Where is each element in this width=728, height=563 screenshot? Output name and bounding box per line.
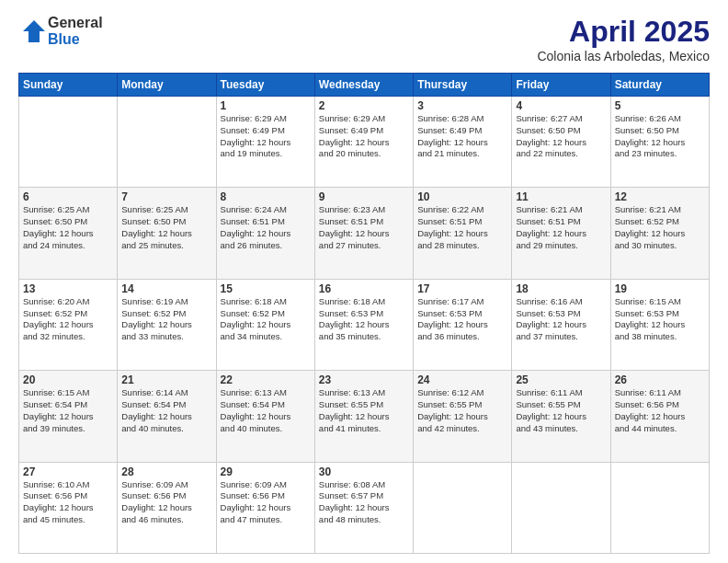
day-number: 26 xyxy=(615,373,705,386)
cell-info: Sunrise: 6:23 AM Sunset: 6:51 PM Dayligh… xyxy=(319,204,409,251)
cell-info: Sunrise: 6:15 AM Sunset: 6:53 PM Dayligh… xyxy=(615,296,705,343)
cell-info: Sunrise: 6:12 AM Sunset: 6:55 PM Dayligh… xyxy=(417,387,507,434)
calendar-cell: 9Sunrise: 6:23 AM Sunset: 6:51 PM Daylig… xyxy=(314,188,413,279)
cell-info: Sunrise: 6:13 AM Sunset: 6:55 PM Dayligh… xyxy=(319,387,409,434)
day-number: 24 xyxy=(417,373,507,386)
calendar-week-2: 6Sunrise: 6:25 AM Sunset: 6:50 PM Daylig… xyxy=(19,188,710,279)
day-number: 8 xyxy=(221,190,311,203)
cell-info: Sunrise: 6:18 AM Sunset: 6:52 PM Dayligh… xyxy=(221,296,311,343)
cell-info: Sunrise: 6:20 AM Sunset: 6:52 PM Dayligh… xyxy=(23,296,113,343)
calendar-cell xyxy=(19,97,118,188)
cell-info: Sunrise: 6:18 AM Sunset: 6:53 PM Dayligh… xyxy=(319,296,409,343)
calendar-cell: 28Sunrise: 6:09 AM Sunset: 6:56 PM Dayli… xyxy=(118,462,216,553)
title-section: April 2025 Colonia las Arboledas, Mexico xyxy=(537,15,710,63)
calendar-cell: 24Sunrise: 6:12 AM Sunset: 6:55 PM Dayli… xyxy=(414,371,512,462)
calendar-cell: 19Sunrise: 6:15 AM Sunset: 6:53 PM Dayli… xyxy=(610,279,709,370)
day-number: 21 xyxy=(121,373,211,386)
logo: General Blue xyxy=(18,15,103,47)
cell-info: Sunrise: 6:11 AM Sunset: 6:55 PM Dayligh… xyxy=(516,387,606,434)
calendar-cell: 29Sunrise: 6:09 AM Sunset: 6:56 PM Dayli… xyxy=(216,462,314,553)
cell-info: Sunrise: 6:26 AM Sunset: 6:50 PM Dayligh… xyxy=(615,113,705,160)
calendar-cell: 12Sunrise: 6:21 AM Sunset: 6:52 PM Dayli… xyxy=(610,188,709,279)
calendar-cell: 23Sunrise: 6:13 AM Sunset: 6:55 PM Dayli… xyxy=(314,371,413,462)
cell-info: Sunrise: 6:21 AM Sunset: 6:52 PM Dayligh… xyxy=(615,204,705,251)
day-number: 7 xyxy=(121,190,211,203)
day-number: 18 xyxy=(516,282,606,295)
cell-info: Sunrise: 6:16 AM Sunset: 6:53 PM Dayligh… xyxy=(516,296,606,343)
col-tuesday: Tuesday xyxy=(216,74,314,97)
logo-icon xyxy=(20,17,48,45)
day-number: 14 xyxy=(121,282,211,295)
day-number: 9 xyxy=(319,190,409,203)
page: General Blue April 2025 Colonia las Arbo… xyxy=(0,0,728,563)
calendar-cell: 26Sunrise: 6:11 AM Sunset: 6:56 PM Dayli… xyxy=(610,371,709,462)
calendar-header-row: Sunday Monday Tuesday Wednesday Thursday… xyxy=(19,74,710,97)
cell-info: Sunrise: 6:11 AM Sunset: 6:56 PM Dayligh… xyxy=(615,387,705,434)
calendar-week-5: 27Sunrise: 6:10 AM Sunset: 6:56 PM Dayli… xyxy=(19,462,710,553)
cell-info: Sunrise: 6:29 AM Sunset: 6:49 PM Dayligh… xyxy=(319,113,409,160)
cell-info: Sunrise: 6:21 AM Sunset: 6:51 PM Dayligh… xyxy=(516,204,606,251)
day-number: 23 xyxy=(319,373,409,386)
month-title: April 2025 xyxy=(537,15,710,49)
calendar-week-4: 20Sunrise: 6:15 AM Sunset: 6:54 PM Dayli… xyxy=(19,371,710,462)
header: General Blue April 2025 Colonia las Arbo… xyxy=(18,15,710,63)
day-number: 13 xyxy=(23,282,113,295)
cell-info: Sunrise: 6:27 AM Sunset: 6:50 PM Dayligh… xyxy=(516,113,606,160)
calendar: Sunday Monday Tuesday Wednesday Thursday… xyxy=(18,73,710,554)
cell-info: Sunrise: 6:28 AM Sunset: 6:49 PM Dayligh… xyxy=(417,113,507,160)
logo-general: General xyxy=(48,15,103,31)
day-number: 19 xyxy=(615,282,705,295)
cell-info: Sunrise: 6:17 AM Sunset: 6:53 PM Dayligh… xyxy=(417,296,507,343)
calendar-cell: 3Sunrise: 6:28 AM Sunset: 6:49 PM Daylig… xyxy=(414,97,512,188)
col-saturday: Saturday xyxy=(610,74,709,97)
cell-info: Sunrise: 6:09 AM Sunset: 6:56 PM Dayligh… xyxy=(221,479,311,526)
cell-info: Sunrise: 6:24 AM Sunset: 6:51 PM Dayligh… xyxy=(221,204,311,251)
calendar-cell: 22Sunrise: 6:13 AM Sunset: 6:54 PM Dayli… xyxy=(216,371,314,462)
calendar-cell: 27Sunrise: 6:10 AM Sunset: 6:56 PM Dayli… xyxy=(19,462,118,553)
calendar-cell: 17Sunrise: 6:17 AM Sunset: 6:53 PM Dayli… xyxy=(414,279,512,370)
calendar-cell: 16Sunrise: 6:18 AM Sunset: 6:53 PM Dayli… xyxy=(314,279,413,370)
day-number: 5 xyxy=(615,99,705,112)
calendar-week-1: 1Sunrise: 6:29 AM Sunset: 6:49 PM Daylig… xyxy=(19,97,710,188)
calendar-cell: 7Sunrise: 6:25 AM Sunset: 6:50 PM Daylig… xyxy=(118,188,216,279)
cell-info: Sunrise: 6:10 AM Sunset: 6:56 PM Dayligh… xyxy=(23,479,113,526)
col-thursday: Thursday xyxy=(414,74,512,97)
calendar-cell: 11Sunrise: 6:21 AM Sunset: 6:51 PM Dayli… xyxy=(512,188,610,279)
cell-info: Sunrise: 6:15 AM Sunset: 6:54 PM Dayligh… xyxy=(23,387,113,434)
day-number: 16 xyxy=(319,282,409,295)
col-wednesday: Wednesday xyxy=(314,74,413,97)
cell-info: Sunrise: 6:25 AM Sunset: 6:50 PM Dayligh… xyxy=(23,204,113,251)
calendar-cell xyxy=(118,97,216,188)
calendar-cell xyxy=(414,462,512,553)
calendar-cell: 4Sunrise: 6:27 AM Sunset: 6:50 PM Daylig… xyxy=(512,97,610,188)
calendar-cell: 18Sunrise: 6:16 AM Sunset: 6:53 PM Dayli… xyxy=(512,279,610,370)
cell-info: Sunrise: 6:25 AM Sunset: 6:50 PM Dayligh… xyxy=(121,204,211,251)
day-number: 6 xyxy=(23,190,113,203)
calendar-cell: 1Sunrise: 6:29 AM Sunset: 6:49 PM Daylig… xyxy=(216,97,314,188)
cell-info: Sunrise: 6:14 AM Sunset: 6:54 PM Dayligh… xyxy=(121,387,211,434)
day-number: 15 xyxy=(221,282,311,295)
calendar-cell: 14Sunrise: 6:19 AM Sunset: 6:52 PM Dayli… xyxy=(118,279,216,370)
day-number: 17 xyxy=(417,282,507,295)
calendar-cell: 5Sunrise: 6:26 AM Sunset: 6:50 PM Daylig… xyxy=(610,97,709,188)
day-number: 12 xyxy=(615,190,705,203)
calendar-cell xyxy=(610,462,709,553)
calendar-cell: 13Sunrise: 6:20 AM Sunset: 6:52 PM Dayli… xyxy=(19,279,118,370)
day-number: 27 xyxy=(23,465,113,478)
calendar-cell: 10Sunrise: 6:22 AM Sunset: 6:51 PM Dayli… xyxy=(414,188,512,279)
calendar-week-3: 13Sunrise: 6:20 AM Sunset: 6:52 PM Dayli… xyxy=(19,279,710,370)
col-friday: Friday xyxy=(512,74,610,97)
cell-info: Sunrise: 6:29 AM Sunset: 6:49 PM Dayligh… xyxy=(221,113,311,160)
day-number: 30 xyxy=(319,465,409,478)
day-number: 1 xyxy=(221,99,311,112)
calendar-cell: 15Sunrise: 6:18 AM Sunset: 6:52 PM Dayli… xyxy=(216,279,314,370)
cell-info: Sunrise: 6:19 AM Sunset: 6:52 PM Dayligh… xyxy=(121,296,211,343)
calendar-cell xyxy=(512,462,610,553)
cell-info: Sunrise: 6:08 AM Sunset: 6:57 PM Dayligh… xyxy=(319,479,409,526)
col-monday: Monday xyxy=(118,74,216,97)
day-number: 10 xyxy=(417,190,507,203)
day-number: 20 xyxy=(23,373,113,386)
location-title: Colonia las Arboledas, Mexico xyxy=(537,49,710,63)
cell-info: Sunrise: 6:22 AM Sunset: 6:51 PM Dayligh… xyxy=(417,204,507,251)
cell-info: Sunrise: 6:09 AM Sunset: 6:56 PM Dayligh… xyxy=(121,479,211,526)
